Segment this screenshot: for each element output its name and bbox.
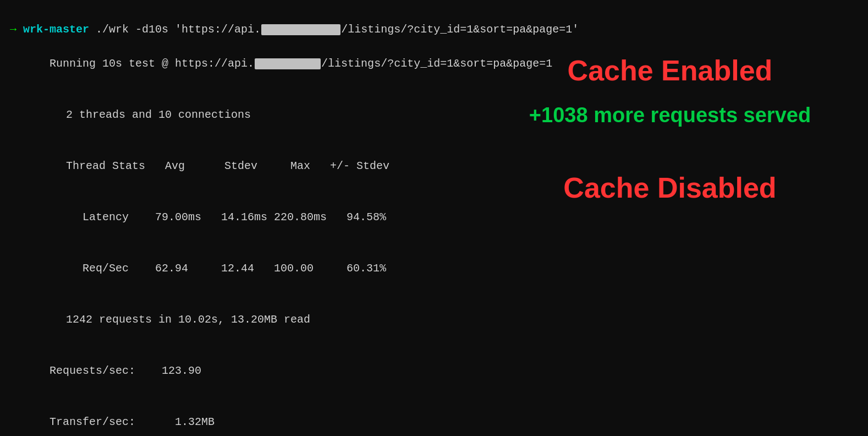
running-line-1: Running 10s test @ https://api. /listing… [10,38,473,89]
threads-line-1: 2 threads and 10 connections [10,89,473,140]
terminal-left-panel: → wrk-master ./wrk -d10s 'https://api. /… [0,11,473,436]
requests-text-1: 1242 requests in 10.02s, 13.20MB read [66,313,310,326]
latency-line-1: Latency 79.00ms 14.16ms 220.80ms 94.58% [10,192,473,243]
prompt-arrow-1: → [10,21,17,38]
reqsec-line-1: Req/Sec 62.94 12.44 100.00 60.31% [10,243,473,294]
requests-line-1: 1242 requests in 10.02s, 13.20MB read [10,294,473,345]
redacted-url-1 [261,24,340,35]
latency-text-1: Latency 79.00ms 14.16ms 220.80ms 94.58% [83,211,386,224]
redacted-url-run-1 [255,58,321,69]
more-requests-label: +1038 more requests served [483,103,857,127]
transfer-line-1: Transfer/sec: 1.32MB [10,396,473,436]
rps-line-1: Requests/sec: 123.90 [10,345,473,396]
cache-enabled-label: Cache Enabled [483,54,857,87]
prompt-line-1: → wrk-master ./wrk -d10s 'https://api. /… [10,21,473,38]
rps-text-1: Requests/sec: 123.90 [50,364,201,377]
terminal-right-panel: Cache Enabled +1038 more requests served… [472,11,868,214]
thread-stats-label-1: Thread Stats Avg Stdev Max +/- Stdev [66,160,389,172]
transfer-text-1: Transfer/sec: 1.32MB [50,416,215,428]
cache-disabled-label: Cache Disabled [483,171,857,204]
terminal-window: → wrk-master ./wrk -d10s 'https://api. /… [0,11,868,436]
thread-stats-header-1: Thread Stats Avg Stdev Max +/- Stdev [10,140,473,192]
prompt-command-1: wrk-master [23,21,89,38]
reqsec-text-1: Req/Sec 62.94 12.44 100.00 60.31% [83,262,386,275]
threads-text-1: 2 threads and 10 connections [66,108,251,121]
